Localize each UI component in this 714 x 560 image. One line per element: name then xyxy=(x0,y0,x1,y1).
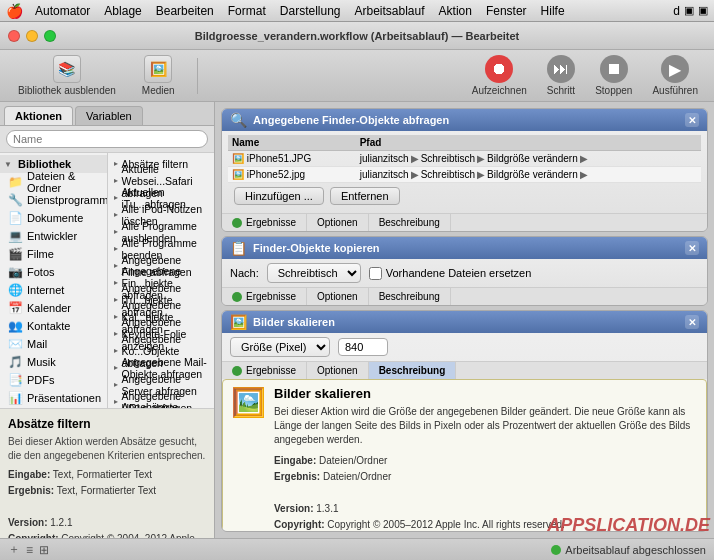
replace-checkbox[interactable] xyxy=(369,267,382,280)
bibliothek-button[interactable]: 📚 Bibliothek ausblenden xyxy=(10,51,124,100)
watermark: APPSLICATION.DE xyxy=(547,515,710,536)
library-item-entwi[interactable]: 💻 Entwickler xyxy=(0,227,107,245)
library-item-kalender[interactable]: 📅 Kalender xyxy=(0,299,107,317)
stop-icon: ⏹ xyxy=(600,55,628,83)
block1-body: Name Pfad 🖼️ iPhone51.JPG xyxy=(222,131,707,213)
run-icon: ▶ xyxy=(661,55,689,83)
search-input[interactable] xyxy=(6,130,208,148)
schritt-button[interactable]: ⏭ Schritt xyxy=(541,51,581,100)
image-icon1: 🖼️ xyxy=(232,153,244,164)
block3-footer: Ergebnisse Optionen Beschreibung xyxy=(222,361,707,379)
block3-tab-beschreibung[interactable]: Beschreibung xyxy=(369,362,457,379)
library-item-kontakte[interactable]: 👥 Kontakte xyxy=(0,317,107,335)
library-item-fotos[interactable]: 📷 Fotos xyxy=(0,263,107,281)
menu-fenster[interactable]: Fenster xyxy=(480,2,533,20)
stoppen-button[interactable]: ⏹ Stoppen xyxy=(589,51,638,100)
block3-tab-optionen[interactable]: Optionen xyxy=(307,362,369,379)
status-add-button[interactable]: ＋ xyxy=(8,541,20,558)
tab-variablen[interactable]: Variablen xyxy=(75,106,143,125)
library-item-dok[interactable]: 📄 Dokumente xyxy=(0,209,107,227)
library-item-internet[interactable]: 🌐 Internet xyxy=(0,281,107,299)
nach-select[interactable]: Schreibtisch xyxy=(267,263,361,283)
block2-header: 📋 Finder-Objekte kopieren ✕ xyxy=(222,237,707,259)
desc-content: Bilder skalieren Bei dieser Aktion wird … xyxy=(274,386,698,532)
menu-arbeitsablauf[interactable]: Arbeitsablauf xyxy=(349,2,431,20)
replace-label: Vorhandene Dateien ersetzen xyxy=(386,267,532,279)
block1-tab-beschreibung[interactable]: Beschreibung xyxy=(369,214,451,231)
scale-type-select[interactable]: Größe (Pixel) xyxy=(230,337,330,357)
library-item-mail[interactable]: ✉️ Mail xyxy=(0,335,107,353)
toolbar: 📚 Bibliothek ausblenden 🖼️ Medien ⏺ Aufz… xyxy=(0,50,714,102)
block-finder-copy: 📋 Finder-Objekte kopieren ✕ Nach: Schrei… xyxy=(221,236,708,306)
block3-body: Größe (Pixel) xyxy=(222,333,707,361)
library-item-musik[interactable]: 🎵 Musik xyxy=(0,353,107,371)
maximize-button[interactable] xyxy=(44,30,56,42)
left-desc-text: Bei dieser Aktion werden Absätze gesucht… xyxy=(8,435,206,463)
block1-header: 🔍 Angegebene Finder-Objekte abfragen ✕ xyxy=(222,109,707,131)
block2-tab-ergebnisse[interactable]: Ergebnisse xyxy=(222,288,307,305)
aufzeichnen-button[interactable]: ⏺ Aufzeichnen xyxy=(466,51,533,100)
traffic-lights xyxy=(8,30,56,42)
toolbar-actions: ⏺ Aufzeichnen ⏭ Schritt ⏹ Stoppen ▶ Ausf… xyxy=(466,51,704,100)
menu-format[interactable]: Format xyxy=(222,2,272,20)
record-icon: ⏺ xyxy=(485,55,513,83)
nach-label: Nach: xyxy=(230,267,259,279)
entfernen-button[interactable]: Entfernen xyxy=(330,187,400,205)
result-indicator2 xyxy=(232,292,242,302)
scale-value-input[interactable] xyxy=(338,338,388,356)
status-grid-button[interactable]: ⊞ xyxy=(39,543,49,557)
menu-automator[interactable]: Automator xyxy=(29,2,96,20)
block1-tab-ergebnisse[interactable]: Ergebnisse xyxy=(222,214,307,231)
status-text: Arbeitsablauf abgeschlossen xyxy=(565,544,706,556)
checkbox-area: Vorhandene Dateien ersetzen xyxy=(369,267,532,280)
hinzufuegen-button[interactable]: Hinzufügen ... xyxy=(234,187,324,205)
status-indicator xyxy=(551,545,561,555)
block-bilder-skalieren: 🖼️ Bilder skalieren ✕ Größe (Pixel) Erge… xyxy=(221,310,708,532)
block2-close-button[interactable]: ✕ xyxy=(685,241,699,255)
cell-name2: 🖼️ iPhone52.jpg xyxy=(228,167,356,183)
library-item-pdfs[interactable]: 📑 PDFs xyxy=(0,371,107,389)
menu-darstellung[interactable]: Darstellung xyxy=(274,2,347,20)
minimize-button[interactable] xyxy=(26,30,38,42)
library-item-dienst[interactable]: 🔧 Dienstprogramme xyxy=(0,191,107,209)
ausfuehren-button[interactable]: ▶ Ausführen xyxy=(646,51,704,100)
col-pfad: Pfad xyxy=(356,135,701,151)
block3-tab-ergebnisse[interactable]: Ergebnisse xyxy=(222,362,307,379)
desc-text: Bei dieser Aktion wird die Größe der ang… xyxy=(274,405,698,447)
block2-footer: Ergebnisse Optionen Beschreibung xyxy=(222,287,707,305)
library-item-praes[interactable]: 📊 Präsentationen xyxy=(0,389,107,407)
apple-logo-icon: 🍎 xyxy=(6,3,23,19)
block2-header-icon: 📋 xyxy=(230,240,247,256)
statusbar: ＋ ≡ ⊞ Arbeitsablauf abgeschlossen xyxy=(0,538,714,560)
medien-button[interactable]: 🖼️ Medien xyxy=(134,51,183,100)
table-row: 🖼️ iPhone52.jpg julianzitsch ▶ Schreibti… xyxy=(228,167,701,183)
step-icon: ⏭ xyxy=(547,55,575,83)
search-bar xyxy=(0,126,214,153)
result-indicator3 xyxy=(232,366,242,376)
status-list-button[interactable]: ≡ xyxy=(26,543,33,557)
library-item-dateien[interactable]: 📁 Dateien & Ordner xyxy=(0,173,107,191)
block2-tab-optionen[interactable]: Optionen xyxy=(307,288,369,305)
finder-buttons: Hinzufügen ... Entfernen xyxy=(228,183,701,209)
block3-close-button[interactable]: ✕ xyxy=(685,315,699,329)
library-arrow: ▼ xyxy=(4,160,14,169)
tab-aktionen[interactable]: Aktionen xyxy=(4,106,73,125)
desc-title: Bilder skalieren xyxy=(274,386,698,401)
col-name: Name xyxy=(228,135,356,151)
toolbar-separator xyxy=(197,58,198,94)
menu-bearbeiten[interactable]: Bearbeiten xyxy=(150,2,220,20)
bibliothek-icon: 📚 xyxy=(53,55,81,83)
menu-ablage[interactable]: Ablage xyxy=(98,2,147,20)
block1-close-button[interactable]: ✕ xyxy=(685,113,699,127)
table-row: 🖼️ iPhone51.JPG julianzitsch ▶ Schreibti… xyxy=(228,151,701,167)
block2-tab-beschreibung[interactable]: Beschreibung xyxy=(369,288,451,305)
library-item-filme[interactable]: 🎬 Filme xyxy=(0,245,107,263)
block1-tab-optionen[interactable]: Optionen xyxy=(307,214,369,231)
block2-title: Finder-Objekte kopieren xyxy=(253,242,380,254)
window-title: Bildgroesse_verandern.workflow (Arbeitsa… xyxy=(195,30,520,42)
medien-icon: 🖼️ xyxy=(144,55,172,83)
menu-aktion[interactable]: Aktion xyxy=(433,2,478,20)
cell-name1: 🖼️ iPhone51.JPG xyxy=(228,151,356,167)
menu-hilfe[interactable]: Hilfe xyxy=(535,2,571,20)
close-button[interactable] xyxy=(8,30,20,42)
